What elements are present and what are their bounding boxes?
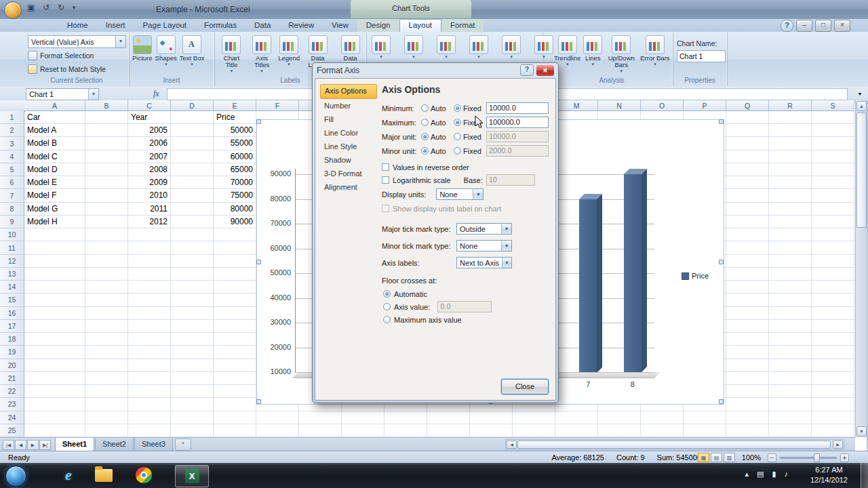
first-sheet-button[interactable]: |◀ xyxy=(3,440,14,450)
tray-power-icon[interactable]: ▮ xyxy=(772,470,776,479)
error-bars-button[interactable]: Error Bars▾ xyxy=(639,35,671,67)
last-sheet-button[interactable]: ▶| xyxy=(39,440,51,450)
cell-C7[interactable]: 2010 xyxy=(128,189,167,202)
row-header-5[interactable]: 5 xyxy=(0,163,24,176)
prev-sheet-button[interactable]: ◀ xyxy=(15,440,26,450)
row-header-16[interactable]: 16 xyxy=(0,307,24,320)
cell-E1[interactable]: Price xyxy=(214,111,256,124)
chart-title-button[interactable]: Chart Title▾ xyxy=(216,35,247,74)
scroll-right-button[interactable]: ▶ xyxy=(833,441,843,449)
row-header-13[interactable]: 13 xyxy=(0,268,24,281)
shapes-button[interactable]: Shapes▾ xyxy=(154,35,178,67)
qat-dropdown-icon[interactable]: ▾ xyxy=(71,4,77,11)
tab-format[interactable]: Format xyxy=(441,19,484,32)
close-button[interactable]: × xyxy=(834,20,850,32)
cell-C3[interactable]: 2006 xyxy=(128,137,167,150)
normal-view-button[interactable]: ▦ xyxy=(698,453,709,462)
legend-button[interactable]: Legend▾ xyxy=(277,35,301,67)
chart-floor-button[interactable]: ▾ xyxy=(500,35,522,60)
dropdown-axis-labels[interactable]: Next to Axis▾ xyxy=(456,257,512,268)
cell-A4[interactable]: Model C xyxy=(24,150,85,163)
row-header-8[interactable]: 8 xyxy=(0,203,24,216)
cell-A9[interactable]: Model H xyxy=(24,216,85,228)
show-desktop-button[interactable] xyxy=(861,463,868,488)
column-header-N[interactable]: N xyxy=(598,100,641,111)
column-header-Q[interactable]: Q xyxy=(726,100,769,111)
column-header-M[interactable]: M xyxy=(555,100,598,111)
tab-insert[interactable]: Insert xyxy=(97,19,134,32)
dialog-nav-alignment[interactable]: Alignment xyxy=(320,180,377,194)
column-header-O[interactable]: O xyxy=(641,100,684,111)
tab-view[interactable]: View xyxy=(323,19,357,32)
close-dialog-button[interactable]: Close xyxy=(501,379,549,394)
maximize-button[interactable]: □ xyxy=(815,20,831,32)
dialog-title-bar[interactable]: Format Axis ? × xyxy=(313,63,558,77)
dialog-close-icon[interactable]: × xyxy=(536,65,554,76)
up-down-bars-button[interactable]: Up/Down Bars▾ xyxy=(604,35,639,74)
column-header-C[interactable]: C xyxy=(128,100,171,111)
minimum-field[interactable]: 10000.0 xyxy=(486,102,549,114)
tray-network-icon[interactable]: ▤ xyxy=(757,470,764,479)
cell-C8[interactable]: 2011 xyxy=(128,203,167,216)
cell-C5[interactable]: 2008 xyxy=(128,163,167,176)
page-break-view-button[interactable]: ▥ xyxy=(724,453,735,462)
gridlines-button[interactable]: ▾ xyxy=(403,35,425,60)
dialog-nav-line-color[interactable]: Line Color xyxy=(320,126,377,140)
dialog-nav-number[interactable]: Number xyxy=(320,99,377,113)
minor-unit-fixed-radio[interactable]: Fixed xyxy=(454,147,486,155)
help-button[interactable]: ? xyxy=(781,20,793,32)
format-selection-button[interactable]: Format Selection xyxy=(28,51,94,60)
scroll-down-button[interactable]: ▼ xyxy=(856,426,867,436)
row-header-21[interactable]: 21 xyxy=(0,372,24,385)
row-header-1[interactable]: 1 xyxy=(0,111,24,124)
row-header-2[interactable]: 2 xyxy=(0,124,24,137)
axis-titles-button[interactable]: Axis Titles▾ xyxy=(247,35,277,74)
page-layout-view-button[interactable]: ▤ xyxy=(711,453,722,462)
zoom-track[interactable] xyxy=(780,457,837,459)
excel-taskbar-button[interactable]: X xyxy=(175,465,209,487)
cell-A2[interactable]: Model A xyxy=(24,124,85,137)
chart-elements-selector[interactable]: Vertical (Value) Axis ▾ xyxy=(28,35,126,48)
minimum-auto-radio[interactable]: Auto xyxy=(421,104,454,113)
cell-C6[interactable]: 2009 xyxy=(128,176,167,189)
row-header-25[interactable]: 25 xyxy=(0,424,24,437)
row-header-14[interactable]: 14 xyxy=(0,281,24,293)
column-header-P[interactable]: P xyxy=(684,100,726,111)
cell-C4[interactable]: 2007 xyxy=(128,150,167,163)
row-header-17[interactable]: 17 xyxy=(0,320,24,333)
maximum-field[interactable]: 100000.0 xyxy=(486,117,549,128)
horizontal-scrollbar[interactable]: ◀ ▶ xyxy=(505,439,844,450)
cell-A8[interactable]: Model G xyxy=(24,203,85,216)
selection-handle[interactable] xyxy=(256,260,261,264)
cell-E2[interactable]: 50000 xyxy=(214,124,253,137)
select-all-corner[interactable] xyxy=(0,100,25,112)
cell-E7[interactable]: 75000 xyxy=(214,189,253,202)
selection-handle[interactable] xyxy=(256,119,261,124)
dropdown-major-tick-mark-type[interactable]: Outside▾ xyxy=(456,223,512,235)
tab-page-layout[interactable]: Page Layout xyxy=(134,19,195,32)
dialog-help-button[interactable]: ? xyxy=(520,64,534,76)
cell-E5[interactable]: 65000 xyxy=(214,163,253,176)
dialog-nav-3-d-format[interactable]: 3-D Format xyxy=(320,167,377,180)
undo-icon[interactable]: ↺ xyxy=(41,3,52,12)
cell-E9[interactable]: 90000 xyxy=(214,216,253,228)
chart-name-input[interactable]: Chart 1 xyxy=(677,50,726,62)
major-unit-field[interactable]: 10000.0 xyxy=(486,131,549,142)
text-box-button[interactable]: Text Box▾ xyxy=(178,35,205,67)
lines-button[interactable]: Lines▾ xyxy=(582,35,604,67)
scroll-up-button[interactable]: ▲ xyxy=(856,101,867,111)
column-header-B[interactable]: B xyxy=(85,100,128,111)
cell-A5[interactable]: Model D xyxy=(24,163,85,176)
chart-legend[interactable]: Price xyxy=(682,272,709,280)
zoom-out-button[interactable]: − xyxy=(768,453,776,462)
show-units-checkbox[interactable]: Show display units label on chart xyxy=(382,202,550,215)
scroll-left-button[interactable]: ◀ xyxy=(507,441,517,449)
row-header-4[interactable]: 4 xyxy=(0,150,24,163)
insert-sheet-button[interactable]: * xyxy=(175,439,191,451)
name-box[interactable]: Chart 1 ▾ xyxy=(26,88,99,100)
office-button[interactable] xyxy=(4,1,22,19)
axes-button[interactable]: ▾ xyxy=(370,35,392,60)
save-icon[interactable]: ▣ xyxy=(26,3,37,12)
tab-home[interactable]: Home xyxy=(58,19,97,32)
cell-C2[interactable]: 2005 xyxy=(128,124,167,137)
